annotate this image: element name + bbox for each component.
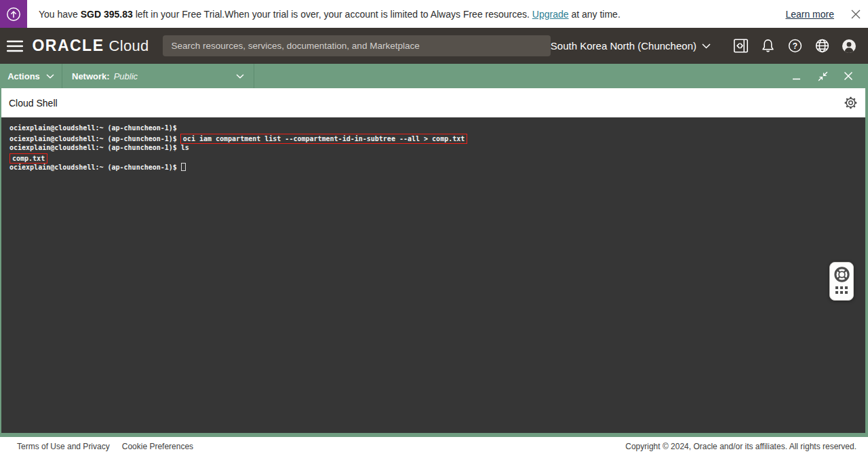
network-value: Public — [114, 71, 138, 81]
notifications-button[interactable] — [754, 33, 781, 60]
upgrade-link[interactable]: Upgrade — [532, 9, 569, 20]
shell-prompt: ociexplain@cloudshell:~ (ap-chuncheon-1)… — [9, 135, 177, 142]
language-button[interactable] — [808, 33, 835, 60]
svg-text:?: ? — [792, 41, 797, 51]
restore-button[interactable] — [810, 64, 835, 88]
notifications-bell-icon — [760, 38, 776, 54]
free-trial-banner: You have SGD 395.83 left in your Free Tr… — [0, 0, 868, 28]
top-nav-header: ORACLE Cloud South Korea North (Chuncheo… — [0, 28, 868, 64]
floating-help-widget — [829, 262, 854, 301]
minimize-icon — [791, 71, 802, 81]
logo-cloud-text: Cloud — [109, 37, 149, 55]
cloud-shell-panel: Cloud Shell — [0, 88, 868, 437]
network-label: Network: — [72, 71, 110, 81]
cookie-preferences-link[interactable]: Cookie Preferences — [122, 442, 193, 451]
developer-tools-icon — [733, 38, 749, 54]
terminal-output-area[interactable]: ociexplain@cloudshell:~ (ap-chuncheon-1)… — [1, 117, 865, 433]
user-avatar-icon — [841, 38, 857, 54]
minimize-button[interactable] — [784, 64, 810, 88]
developer-tools-button[interactable] — [727, 33, 754, 60]
region-label: South Korea North (Chuncheon) — [551, 40, 696, 52]
trial-message-mid: left in your Free Trial.When your trial … — [133, 9, 532, 20]
circle-up-arrow-icon — [5, 6, 22, 22]
actions-dropdown[interactable]: Actions — [0, 64, 62, 88]
close-icon — [851, 10, 861, 19]
app-launcher-dots-icon[interactable] — [835, 286, 848, 294]
trial-message: You have SGD 395.83 left in your Free Tr… — [39, 9, 620, 20]
gear-icon — [844, 96, 857, 109]
header-icon-row: ? — [727, 33, 863, 60]
language-globe-icon — [814, 38, 830, 54]
copyright-text: Copyright © 2024, Oracle and/or its affi… — [625, 442, 856, 451]
terminal-line: ociexplain@cloudshell:~ (ap-chuncheon-1)… — [9, 163, 857, 173]
shell-settings-button[interactable] — [839, 92, 862, 115]
shell-window-controls — [784, 64, 861, 88]
chevron-down-icon — [236, 74, 244, 79]
banner-close-button[interactable] — [849, 7, 863, 21]
hamburger-icon — [7, 40, 23, 52]
network-dropdown[interactable]: Network: Public — [62, 64, 254, 88]
chevron-down-icon — [702, 43, 711, 49]
hamburger-menu-button[interactable] — [1, 33, 28, 60]
chevron-down-icon — [46, 74, 54, 79]
shell-prompt: ociexplain@cloudshell:~ (ap-chuncheon-1)… — [9, 144, 177, 151]
trial-message-prefix: You have — [39, 9, 81, 20]
terminal-cursor — [181, 163, 186, 171]
actions-label: Actions — [7, 71, 40, 81]
ls-command: ls — [181, 144, 189, 151]
oracle-cloud-logo[interactable]: ORACLE Cloud — [32, 37, 149, 55]
highlighted-output-file: comp.txt — [9, 153, 47, 164]
trial-amount: SGD 395.83 — [81, 9, 133, 20]
close-icon — [843, 71, 854, 81]
shell-close-button[interactable] — [835, 64, 861, 88]
dragbar-handle[interactable] — [254, 64, 784, 88]
trial-message-suffix: at any time. — [569, 9, 620, 20]
help-button[interactable]: ? — [781, 33, 808, 60]
terminal-line: comp.txt — [9, 153, 857, 164]
collapse-arrows-icon — [817, 71, 829, 82]
oracle-cloud-console: You have SGD 395.83 left in your Free Tr… — [0, 0, 868, 456]
learn-more-link[interactable]: Learn more — [785, 9, 834, 20]
page-footer: Terms of Use and Privacy Cookie Preferen… — [0, 437, 868, 456]
terminal-line: ociexplain@cloudshell:~ (ap-chuncheon-1)… — [9, 124, 857, 134]
shell-prompt: ociexplain@cloudshell:~ (ap-chuncheon-1)… — [9, 124, 177, 132]
region-selector[interactable]: South Korea North (Chuncheon) — [551, 40, 711, 52]
highlighted-command: oci iam compartment list --compartment-i… — [180, 134, 467, 144]
search-input[interactable] — [163, 35, 550, 56]
terms-privacy-link[interactable]: Terms of Use and Privacy — [17, 442, 110, 451]
cloud-shell-toolbar: Actions Network: Public — [0, 64, 868, 88]
logo-oracle-text: ORACLE — [32, 37, 104, 55]
support-life-ring-icon[interactable] — [833, 266, 850, 283]
cloud-shell-titlebar: Cloud Shell — [1, 88, 865, 117]
help-icon: ? — [787, 38, 803, 54]
upgrade-badge — [0, 0, 27, 28]
terminal-line: ociexplain@cloudshell:~ (ap-chuncheon-1)… — [9, 134, 857, 144]
cloud-shell-title: Cloud Shell — [9, 98, 58, 109]
terminal-line: ociexplain@cloudshell:~ (ap-chuncheon-1)… — [9, 143, 857, 153]
profile-button[interactable] — [835, 33, 863, 60]
shell-prompt: ociexplain@cloudshell:~ (ap-chuncheon-1)… — [9, 164, 177, 171]
